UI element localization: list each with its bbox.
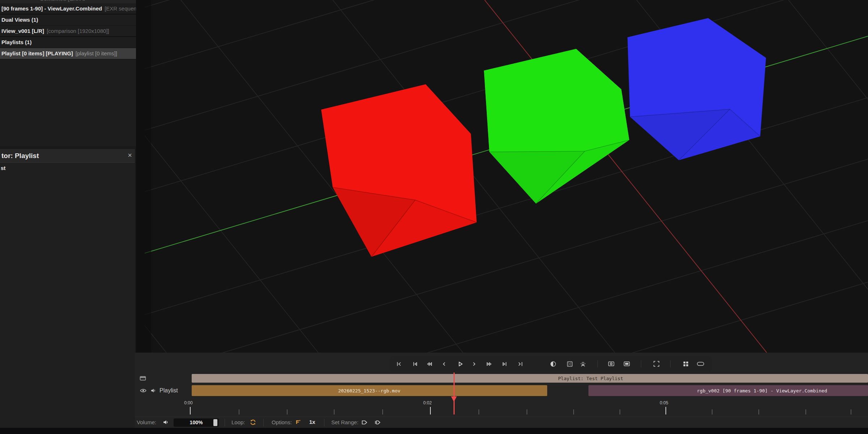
ruler-tick: [527, 409, 527, 414]
transport-strip: [390, 356, 712, 372]
speed-toggle[interactable]: 1x: [309, 419, 315, 425]
playback-options-bar: Volume: 100% Loop: Options: F• 1x Set Ra…: [135, 417, 868, 427]
tree-row-dual-views[interactable]: Dual Views (1): [0, 14, 136, 26]
red-cube[interactable]: [321, 84, 477, 257]
blue-cube[interactable]: [627, 18, 766, 160]
loop-label: Loop:: [231, 419, 245, 425]
volume-slider-handle[interactable]: [213, 419, 217, 426]
display-button[interactable]: [621, 358, 632, 370]
fast-forward-button[interactable]: [484, 358, 494, 370]
layout-grid-button[interactable]: [680, 358, 691, 370]
presentation-button[interactable]: [578, 358, 588, 370]
tree-row-label: IView_v001 [L/R]: [1, 28, 44, 34]
rewind-button[interactable]: [424, 358, 435, 370]
toolbar-divider: [641, 360, 641, 367]
close-icon[interactable]: ×: [128, 151, 132, 159]
skip-to-end-button[interactable]: [515, 358, 526, 370]
ruler-tick: [573, 409, 574, 414]
ruler-tick: [382, 409, 383, 414]
speaker-icon[interactable]: [150, 387, 157, 394]
ruler-tick: [478, 409, 479, 414]
viewport-left-shade: [145, 0, 151, 353]
tree-row-label: Playlists (1): [1, 39, 31, 45]
loop-icon[interactable]: [249, 418, 257, 426]
ruler-tick-major: [665, 407, 666, 414]
next-clip-button[interactable]: [499, 358, 510, 370]
tree-row-label: [90 frames 1-90] - ViewLayer.Combined: [1, 5, 102, 12]
ruler-tick-major: [190, 407, 191, 414]
track-name-label: Playlist: [159, 387, 178, 394]
grid-lines: [145, 0, 868, 353]
options-f-toggle[interactable]: F•: [296, 419, 300, 425]
eye-icon[interactable]: [140, 387, 147, 394]
ruler-tick: [712, 409, 712, 414]
tree-row-label: Playlist [0 items] [PLAYING]: [1, 50, 73, 56]
tree-row-clipped[interactable]: Combined [EXR s: [0, 0, 136, 3]
playhead[interactable]: [454, 373, 455, 414]
inspector-body: st: [0, 163, 135, 428]
skip-to-start-button[interactable]: [393, 358, 404, 370]
window-bottom-strip: [0, 428, 868, 434]
step-forward-button[interactable]: [468, 358, 479, 370]
ruler-tick: [758, 409, 759, 414]
volume-slider[interactable]: 100%: [174, 418, 219, 427]
bar-divider: [263, 419, 264, 426]
ruler-tick: [620, 409, 620, 414]
fullscreen-button[interactable]: [651, 358, 662, 370]
session-tree: Combined [EXR s [90 frames 1-90] - ViewL…: [0, 0, 136, 146]
play-button[interactable]: [455, 358, 465, 370]
inspector-header: tor: Playlist ×: [0, 149, 135, 163]
clip-mov-label: 20260225_1523--rgb.mov: [338, 388, 400, 393]
options-label: Options:: [272, 419, 292, 425]
tree-row-playlists[interactable]: Playlists (1): [0, 37, 136, 48]
session-sidebar: Combined [EXR s [90 frames 1-90] - ViewL…: [0, 0, 136, 434]
inspector-body-text: st: [1, 165, 5, 171]
tree-row-dualview-v001[interactable]: IView_v001 [L/R][comparison [1920x1080]]: [0, 26, 136, 37]
channel-grid-button[interactable]: [564, 358, 575, 370]
step-back-button[interactable]: [439, 358, 450, 370]
tree-row-label: Dual Views (1): [1, 17, 38, 23]
ruler-tick: [287, 409, 288, 414]
pill-view-button[interactable]: [695, 358, 706, 370]
ruler-tick: [239, 409, 239, 414]
ruler-label-0: 0:00: [184, 400, 192, 405]
playlist-group-bar[interactable]: [192, 374, 868, 383]
tree-row-suffix: [comparison [1920x1080]]: [44, 28, 109, 34]
green-cube[interactable]: [484, 49, 629, 204]
ruler-label-2: 0:05: [660, 400, 668, 405]
bar-divider: [225, 419, 225, 426]
ruler-tick: [851, 409, 851, 414]
playlist-group-label: Playlist: Test Playlist: [558, 376, 623, 381]
toolbar-divider: [597, 360, 598, 367]
ruler-label-1: 0:02: [423, 400, 431, 405]
bar-divider: [324, 419, 324, 426]
playhead-arrow-icon[interactable]: [451, 396, 457, 402]
set-range-label: Set Range:: [331, 419, 358, 425]
ruler-tick: [334, 409, 335, 414]
tree-row-suffix: [playlist [0 items]]: [73, 50, 117, 56]
previous-clip-button[interactable]: [409, 358, 420, 370]
color-contrast-button[interactable]: [548, 358, 558, 370]
inspector-title: tor: Playlist: [1, 152, 39, 160]
toolbar-divider: [670, 360, 671, 367]
snapshot-button[interactable]: [606, 358, 617, 370]
tree-row-exr-sequence[interactable]: [90 frames 1-90] - ViewLayer.Combined[EX…: [0, 3, 136, 14]
clip-exr-label: rgb_v002 [90 frames 1-90] - ViewLayer.Co…: [697, 388, 827, 393]
ruler-tick: [805, 409, 806, 414]
viewport-canvas: [145, 0, 868, 353]
volume-speaker-icon[interactable]: [162, 419, 169, 426]
tree-row-suffix: [EXR sequen: [102, 5, 136, 12]
timeline-panel: Playlist: Test Playlist Playlist 2026022…: [135, 353, 868, 428]
film-slate-icon[interactable]: [140, 375, 146, 382]
loop-range-icon[interactable]: [374, 419, 381, 426]
volume-value: 100%: [174, 420, 219, 425]
set-in-range-icon[interactable]: [361, 419, 368, 426]
ruler-tick-major: [430, 407, 431, 414]
volume-label: Volume:: [137, 419, 156, 425]
tree-row-playlist-selected[interactable]: Playlist [0 items] [PLAYING][playlist [0…: [0, 48, 136, 59]
viewer-3d-viewport[interactable]: [145, 0, 868, 353]
